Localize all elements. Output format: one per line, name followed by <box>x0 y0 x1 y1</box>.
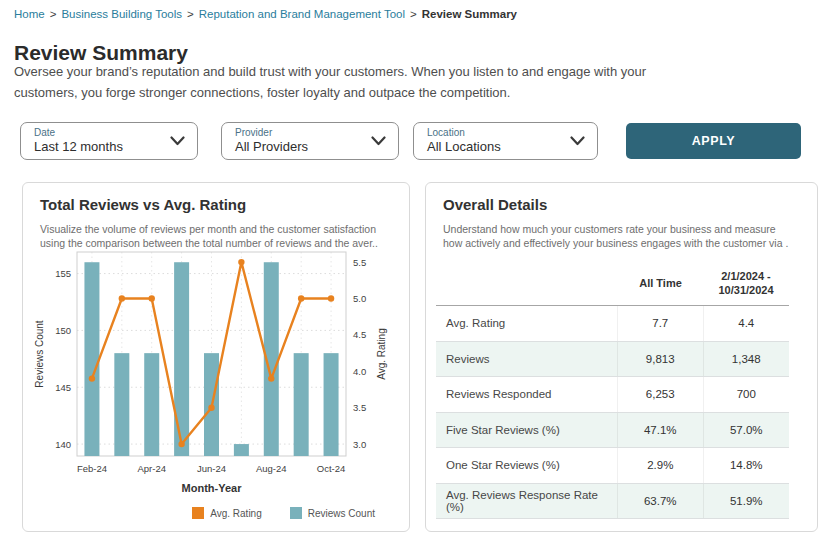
bar <box>294 353 309 456</box>
provider-dropdown-value: All Providers <box>235 139 364 154</box>
breadcrumb-item[interactable]: Reputation and Brand Management Tool <box>199 8 405 20</box>
bar <box>234 444 249 456</box>
breadcrumb-separator: > <box>187 8 194 20</box>
page-description-line1: Oversee your brand’s reputation and buil… <box>14 64 646 79</box>
page: Home>Business Building Tools>Reputation … <box>0 0 823 543</box>
location-dropdown-label: Location <box>427 127 563 139</box>
reviews-count-bars <box>84 262 338 456</box>
metric-all-time-value: 2.9% <box>617 448 703 483</box>
table-row: One Star Reviews (%)2.9%14.8% <box>436 448 789 484</box>
metric-label: Reviews <box>436 353 617 365</box>
line-marker <box>89 375 95 381</box>
bar <box>84 262 99 456</box>
right-axis-tick: 4.5 <box>353 329 366 340</box>
left-axis-tick: 150 <box>55 325 71 336</box>
legend-swatch <box>290 507 302 519</box>
metric-all-time-value: 7.7 <box>617 306 703 341</box>
metric-label: One Star Reviews (%) <box>436 459 617 471</box>
left-axis-tick: 140 <box>55 439 71 450</box>
metric-period-value: 1,348 <box>703 342 790 377</box>
table-row: Avg. Rating7.74.4 <box>436 306 789 342</box>
left-axis-tick: 155 <box>55 268 71 279</box>
overall-details-table: All Time 2/1/2024 - 10/31/2024 Avg. Rati… <box>436 261 789 519</box>
details-subtitle-line1: Understand how much your customers rate … <box>443 222 788 236</box>
table-row: Avg. Reviews Response Rate (%)63.7%51.9% <box>436 484 789 520</box>
legend-item: Reviews Count <box>290 507 375 519</box>
left-axis-title: Reviews Count <box>34 320 45 387</box>
table-header-row: All Time 2/1/2024 - 10/31/2024 <box>436 261 789 306</box>
metric-period-value: 4.4 <box>703 306 790 341</box>
bar <box>174 262 189 456</box>
date-dropdown[interactable]: Date Last 12 months <box>20 122 198 160</box>
provider-dropdown[interactable]: Provider All Providers <box>221 122 399 160</box>
table-row: Reviews9,8131,348 <box>436 342 789 378</box>
legend-item: Avg. Rating <box>192 507 262 519</box>
x-axis-tick: Jun-24 <box>197 463 226 474</box>
date-dropdown-value: Last 12 months <box>34 139 163 154</box>
x-axis-tick: Feb-24 <box>77 463 107 474</box>
chart-title: Total Reviews vs Avg. Rating <box>40 196 246 213</box>
x-axis-tick: Oct-24 <box>317 463 346 474</box>
metric-all-time-value: 9,813 <box>617 342 703 377</box>
line-marker <box>119 295 125 301</box>
apply-button[interactable]: APPLY <box>626 123 801 159</box>
line-marker <box>208 405 214 411</box>
chart-subtitle-line1: Visualize the volume of reviews per mont… <box>40 222 378 236</box>
table-row: Five Star Reviews (%)47.1%57.0% <box>436 413 789 449</box>
chevron-down-icon <box>570 136 585 146</box>
line-marker <box>268 375 274 381</box>
left-axis-tick: 145 <box>55 382 71 393</box>
metric-period-value: 700 <box>703 377 790 412</box>
breadcrumb-separator: > <box>410 8 417 20</box>
line-marker <box>298 295 304 301</box>
details-title: Overall Details <box>443 196 547 213</box>
right-axis-title: Avg. Rating <box>376 328 387 380</box>
legend-label: Avg. Rating <box>210 508 262 519</box>
details-subtitle: Understand how much your customers rate … <box>443 222 788 250</box>
legend-label: Reviews Count <box>308 508 375 519</box>
metric-period-value: 57.0% <box>703 413 790 448</box>
breadcrumb-item[interactable]: Business Building Tools <box>61 8 182 20</box>
metric-all-time-value: 63.7% <box>617 484 703 519</box>
line-marker <box>149 295 155 301</box>
chart-legend: Avg. RatingReviews Count <box>23 507 409 519</box>
details-subtitle-line2: how actively and effectively your busine… <box>443 236 788 250</box>
page-description: Oversee your brand’s reputation and buil… <box>14 62 664 104</box>
right-axis-tick: 3.0 <box>353 439 366 450</box>
table-header-all-time: All Time <box>618 276 703 290</box>
overall-details-card: Overall Details Understand how much your… <box>425 182 818 532</box>
bar <box>114 353 129 456</box>
reviews-vs-rating-chart: 1401451501553.03.54.04.55.05.5Feb-24Apr-… <box>29 245 407 507</box>
location-dropdown[interactable]: Location All Locations <box>413 122 598 160</box>
line-marker <box>238 259 244 265</box>
metric-label: Five Star Reviews (%) <box>436 424 617 436</box>
x-axis-tick: Aug-24 <box>256 463 287 474</box>
bar <box>324 353 339 456</box>
metric-all-time-value: 47.1% <box>617 413 703 448</box>
breadcrumb-separator: > <box>50 8 57 20</box>
provider-dropdown-label: Provider <box>235 127 364 139</box>
table-body: Avg. Rating7.74.4Reviews9,8131,348Review… <box>436 306 789 519</box>
metric-label: Avg. Reviews Response Rate (%) <box>436 489 617 513</box>
metric-label: Avg. Rating <box>436 317 617 329</box>
right-axis-tick: 4.0 <box>353 366 366 377</box>
chevron-down-icon <box>371 136 386 146</box>
x-axis-title: Month-Year <box>182 482 243 494</box>
right-axis-tick: 3.5 <box>353 402 366 413</box>
right-axis-tick: 5.5 <box>353 257 366 268</box>
date-dropdown-label: Date <box>34 127 163 139</box>
line-marker <box>178 441 184 447</box>
chevron-down-icon <box>170 136 185 146</box>
line-marker <box>328 295 334 301</box>
table-row: Reviews Responded6,253700 <box>436 377 789 413</box>
breadcrumb-item: Review Summary <box>422 8 517 20</box>
page-description-line2: customers, you forge stronger connection… <box>14 85 510 100</box>
table-header-period: 2/1/2024 - 10/31/2024 <box>703 269 789 298</box>
right-axis-tick: 5.0 <box>353 293 366 304</box>
breadcrumb-item[interactable]: Home <box>14 8 45 20</box>
metric-period-value: 51.9% <box>703 484 790 519</box>
breadcrumb: Home>Business Building Tools>Reputation … <box>14 8 517 20</box>
reviews-chart-card: Total Reviews vs Avg. Rating Visualize t… <box>22 182 410 532</box>
metric-period-value: 14.8% <box>703 448 790 483</box>
bar <box>144 353 159 456</box>
